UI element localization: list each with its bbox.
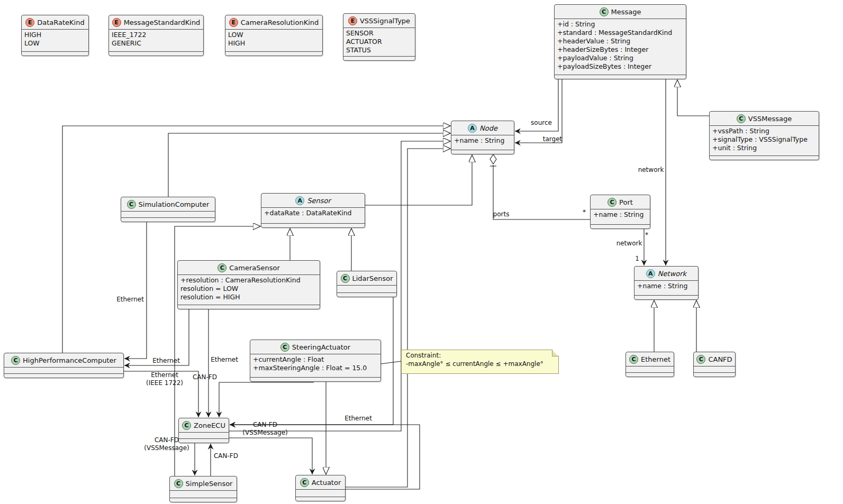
class-box-vsssignaltype: EVSSSignalTypeSENSORACTUATORSTATUS: [343, 13, 415, 61]
attributes-compartment: +currentAngle : Float+maxSteeringAngle :…: [250, 354, 380, 377]
label-ports-multiplicity: *: [583, 208, 586, 216]
class-name: CameraSensor: [229, 264, 280, 272]
label-target: target: [543, 135, 563, 143]
attribute-line: +dataRate : DataRateKind: [264, 209, 362, 217]
methods-compartment: [296, 497, 345, 501]
class-title: CSimulationComputer: [121, 197, 215, 211]
attribute-line: +payloadSizeBytes : Integer: [557, 62, 683, 71]
class-name: Actuator: [312, 479, 341, 487]
methods-compartment: [634, 295, 698, 299]
class-box-network: ANetwork+name : String: [634, 266, 699, 300]
enum-stereotype-icon: E: [229, 18, 238, 27]
attribute-line: +vssPath : String: [712, 127, 816, 135]
class-stereotype-icon: C: [127, 200, 136, 209]
note-line: -maxAngle° ≤ currentAngle ≤ +maxAngle°: [406, 360, 554, 369]
class-stereotype-icon: C: [608, 198, 617, 207]
label-camerasensor-hpc-ethernet: Ethernet: [152, 357, 180, 365]
methods-compartment: [591, 224, 650, 228]
attributes-compartment: +name : String: [591, 209, 650, 224]
class-box-steeringactuator: CSteeringActuator+currentAngle : Float+m…: [250, 340, 381, 382]
label-ports: ports: [493, 210, 510, 218]
edge-simulationcomputer-extends-node: [168, 133, 450, 197]
class-box-camerasensor: CCameraSensor+resolution : CameraResolut…: [177, 260, 320, 309]
class-name: SteeringActuator: [292, 343, 350, 351]
attribute-line: +name : String: [454, 136, 511, 145]
abstract-stereotype-icon: A: [295, 196, 304, 205]
attributes-compartment: [170, 490, 237, 498]
class-name: CANFD: [708, 355, 732, 363]
methods-compartment: [121, 217, 215, 222]
attribute-line: resolution = LOW: [180, 285, 317, 293]
class-title: CPort: [591, 195, 650, 209]
methods-compartment: [694, 372, 735, 377]
abstract-stereotype-icon: A: [468, 124, 477, 133]
attribute-line: STATUS: [346, 46, 412, 54]
attribute-line: +id : String: [557, 20, 683, 29]
constraint-note: Constraint: -maxAngle° ≤ currentAngle ≤ …: [401, 350, 559, 374]
label-zoneecu-canfd-vssmessage-right: CAN-FD (VSSMessage): [242, 421, 287, 437]
label-source: source: [531, 119, 552, 127]
attributes-compartment: +name : String: [634, 280, 698, 295]
attribute-line: +name : String: [637, 282, 695, 290]
attributes-compartment: [337, 285, 396, 292]
label-port-network: network: [617, 240, 642, 248]
class-stereotype-icon: C: [280, 343, 289, 352]
class-stereotype-icon: C: [600, 7, 609, 16]
class-title: CHighPerformanceComputer: [4, 353, 123, 367]
label-zoneecu-canfd-vssmessage-left: CAN-FD (VSSMessage): [144, 436, 189, 452]
class-name: VSSMessage: [748, 115, 792, 123]
abstract-stereotype-icon: A: [646, 269, 655, 278]
edge-vssmessage-extends-message: [677, 80, 709, 116]
attributes-compartment: SENSORACTUATORSTATUS: [343, 28, 415, 56]
class-box-highperformancecomputer: CHighPerformanceComputer: [4, 353, 124, 378]
attribute-line: IEEE_1722: [112, 31, 201, 39]
class-title: CZoneECU: [179, 418, 229, 432]
class-name: Ethernet: [641, 355, 670, 363]
class-stereotype-icon: C: [629, 355, 638, 364]
attributes-compartment: [296, 489, 345, 497]
class-name: Port: [619, 198, 633, 206]
class-title: CVSSMessage: [710, 112, 819, 125]
class-box-sensor: ASensor+dataRate : DataRateKind: [261, 193, 365, 228]
class-box-dataratekind: EDataRateKindHIGHLOW: [21, 15, 89, 56]
attribute-line: +headerSizeBytes : Integer: [557, 45, 683, 54]
class-name: Node: [479, 124, 497, 132]
class-stereotype-icon: C: [182, 421, 191, 430]
class-name: LidarSensor: [352, 274, 393, 282]
attribute-line: +resolution : CameraResolutionKind: [180, 276, 317, 285]
attribute-line: +signalType : VSSSignalType: [712, 135, 816, 144]
class-box-cameraresolutionkind: ECameraResolutionKindLOWHIGH: [225, 15, 323, 56]
label-message-network: network: [638, 166, 664, 174]
label-steeringactuator-canfd: CAN-FD: [193, 373, 217, 381]
label-simcomputer-ethernet: Ethernet: [116, 296, 144, 304]
attribute-line: +maxSteeringAngle : Float = 15.0: [253, 364, 378, 372]
label-simplesensor-canfd: CAN-FD: [214, 452, 238, 460]
class-box-messagestandardkind: EMessageStandardKindIEEE_1722GENERIC: [108, 15, 204, 56]
methods-compartment: [337, 292, 396, 297]
class-box-actuator: CActuator: [295, 475, 346, 501]
class-stereotype-icon: C: [217, 263, 226, 272]
diagram-edges-layer: [0, 0, 843, 504]
class-box-lidarsensor: CLidarSensor: [337, 271, 397, 297]
attribute-line: +name : String: [593, 210, 647, 219]
attribute-line: HIGH: [24, 31, 86, 39]
class-name: DataRateKind: [37, 19, 84, 26]
methods-compartment: [4, 373, 123, 378]
class-box-port: CPort+name : String: [590, 195, 650, 229]
class-name: SimpleSensor: [186, 480, 233, 488]
methods-compartment: [225, 51, 322, 56]
class-name: VSSSignalType: [360, 17, 410, 25]
class-title: CSimpleSensor: [170, 476, 237, 490]
attributes-compartment: [626, 366, 674, 372]
class-title: EMessageStandardKind: [109, 15, 203, 29]
enum-stereotype-icon: E: [25, 18, 34, 27]
label-hpc-zoneecu-ethernet-ieee1722: Ethernet (IEEE 1722): [146, 371, 183, 387]
label-camerasensor-zoneecu-ethernet: Ethernet: [211, 356, 238, 364]
attribute-line: GENERIC: [112, 39, 201, 48]
methods-compartment: [451, 150, 514, 154]
class-title: CActuator: [296, 475, 345, 489]
class-title: ANetwork: [634, 267, 698, 280]
class-box-simplesensor: CSimpleSensor: [169, 476, 237, 502]
class-title: CCANFD: [694, 352, 735, 366]
methods-compartment: [109, 51, 203, 56]
